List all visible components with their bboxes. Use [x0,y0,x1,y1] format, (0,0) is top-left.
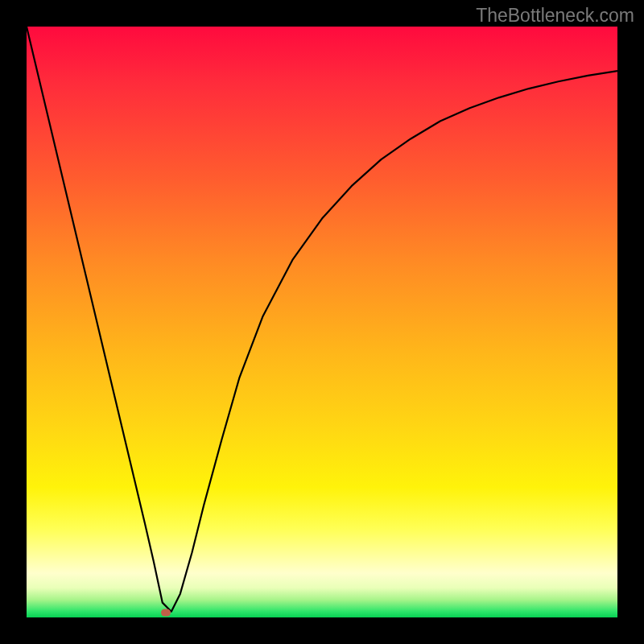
bottleneck-curve [27,27,617,617]
optimal-dot-marker [161,609,171,617]
plot-area [27,27,617,617]
chart-frame: TheBottleneck.com [0,0,644,644]
attribution-label: TheBottleneck.com [476,5,634,27]
